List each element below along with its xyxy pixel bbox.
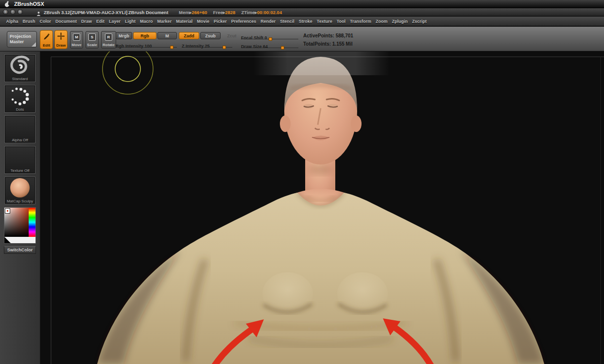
menu-item-edit[interactable]: Edit [94,19,107,24]
color-picker[interactable] [4,207,36,244]
scale-icon: S [88,33,96,41]
rotate-button[interactable]: R Rotate [101,31,116,49]
menu-item-tool[interactable]: Tool [334,19,347,24]
menu-item-transform[interactable]: Transform [347,19,373,24]
zcut-button[interactable]: Zcut [222,32,242,39]
os-app-name[interactable]: ZBrushOSX [14,1,44,7]
current-color-swatch[interactable] [5,208,10,214]
draw-size-thumb[interactable] [281,46,284,50]
menu-item-zscript[interactable]: Zscript [410,19,429,24]
standard-brush-swirl-icon [5,55,35,79]
menu-item-macro[interactable]: Macro [138,19,155,24]
draw-crosshair-icon [57,33,65,42]
menu-item-layer[interactable]: Layer [107,19,123,24]
draw-button[interactable]: Draw [54,30,68,49]
switch-color-button[interactable]: SwitchColor [4,246,36,254]
menu-item-color[interactable]: Color [37,19,53,24]
sculpt-canvas[interactable] [40,51,604,364]
ztime-stat: ZTime▸00:00:02.04 [241,10,282,15]
menu-item-alpha[interactable]: Alpha [4,19,20,24]
menu-bar: Alpha Brush Color Document Draw Edit Lay… [0,17,604,26]
titlebar: × − + ZBrush 3.12[ZUPM-VMAD-AUCJ-XYLI] Z… [0,8,604,17]
rgb-intensity-slider[interactable]: Rgb Intensity 100 [116,41,177,48]
menu-item-stencil[interactable]: Stencil [278,19,297,24]
focal-shift-thumb[interactable] [269,37,272,41]
menu-item-zplugin[interactable]: Zplugin [390,19,410,24]
move-icon: M [73,33,80,41]
projection-master-button[interactable]: Projection Master [7,31,37,48]
z-intensity-thumb[interactable] [223,46,226,49]
edit-button[interactable]: Edit [40,30,53,49]
rotate-icon: R [105,33,112,41]
menu-item-light[interactable]: Light [123,19,138,24]
menu-item-preferences[interactable]: Preferences [229,19,259,24]
stroke-selector-dots[interactable]: Dots [4,85,35,113]
menu-item-picker[interactable]: Picker [211,19,229,24]
matcap-sphere-icon [5,177,35,201]
free-stat: Free▸2828 [213,10,235,15]
left-shelf-sidebar: Standard Dots Alpha Off Texture Off [0,51,40,364]
menu-item-texture[interactable]: Texture [314,19,334,24]
rgb-button[interactable]: Rgb [133,32,156,39]
m-button[interactable]: M [157,32,177,39]
menu-item-material[interactable]: Material [174,19,195,24]
menu-item-movie[interactable]: Movie [195,19,212,24]
draw-size-slider[interactable]: Draw Size 64 [241,41,298,48]
os-menubar: ZBrushOSX [0,0,604,8]
mem-stat: Mem▸266+60 [179,10,207,15]
apple-menu-icon[interactable] [4,1,10,7]
app-title: ZBrush 3.12[ZUPM-VMAD-AUCJ-XYLI] [44,10,127,15]
document-title: ZBrush Document [128,10,168,15]
secondary-color-swatch[interactable] [4,237,35,243]
sculpt-scene [40,51,604,364]
translucent-band [254,51,390,75]
mrgb-button[interactable]: Mrgb [116,32,132,39]
menu-item-marker[interactable]: Marker [155,19,174,24]
z-intensity-slider[interactable]: Z Intensity 25 [182,41,232,48]
zadd-button[interactable]: Zadd [179,32,199,39]
menu-item-stroke[interactable]: Stroke [296,19,314,24]
alpha-selector[interactable]: Alpha Off [4,116,35,143]
rgb-intensity-thumb[interactable] [170,46,173,49]
zoom-button[interactable]: + [17,9,23,15]
brush-selector-standard[interactable]: Standard [4,54,35,82]
dots-stroke-icon [5,85,35,110]
edit-pencil-icon [43,33,50,42]
move-button[interactable]: M Move [70,31,83,49]
brush-cursor [103,51,153,94]
shirt [97,193,544,364]
stats-readout: Mem▸266+60 Free▸2828 ZTime▸00:00:02.04 [179,10,282,15]
model-figure [97,57,544,364]
focal-shift-slider[interactable]: Focal Shift 0 [241,33,298,39]
hue-strip[interactable] [29,208,35,237]
scale-button[interactable]: S Scale [86,31,99,49]
active-points-label: ActivePoints: 588,701 [303,33,353,38]
menu-item-render[interactable]: Render [259,19,278,24]
close-button[interactable]: × [3,9,8,15]
minimize-button[interactable]: − [10,9,16,15]
total-points-label: TotalPoints: 1.155 Mil [303,41,353,47]
material-selector-matcap[interactable]: MatCap Sculpy [4,177,35,204]
menu-item-brush[interactable]: Brush [20,19,37,24]
menu-item-draw[interactable]: Draw [79,19,94,24]
zbrush-window: ZBrushOSX × − + ZBrush 3.12[ZUPM-VMAD-AU… [0,0,604,364]
zsub-button[interactable]: Zsub [200,32,221,39]
top-shelf-toolbar: Projection Master Edit Draw M [0,27,604,51]
menu-item-document[interactable]: Document [53,19,79,24]
menu-item-zoom[interactable]: Zoom [373,19,390,24]
texture-selector[interactable]: Texture Off [4,146,35,174]
